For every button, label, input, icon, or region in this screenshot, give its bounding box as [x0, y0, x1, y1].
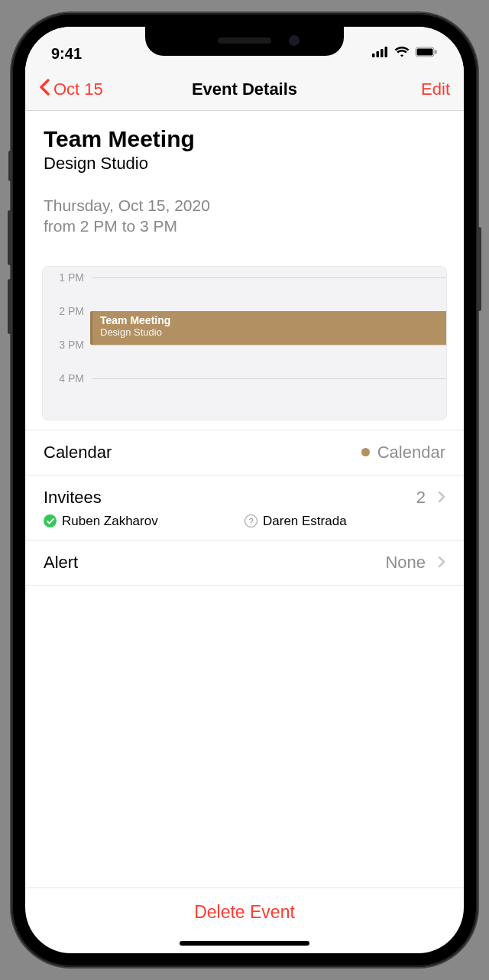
time-label: 2 PM	[43, 305, 92, 317]
nav-bar: Oct 15 Event Details Edit	[25, 68, 464, 111]
timeline-widget[interactable]: 1 PM 2 PM 3 PM 4 PM Team Meeting Design …	[42, 266, 447, 420]
alert-label: Alert	[44, 553, 78, 573]
event-header: Team Meeting Design Studio Thursday, Oct…	[25, 111, 464, 248]
invitees-section: Invitees 2 Ruben Zakharov	[25, 475, 464, 540]
delete-event-button[interactable]: Delete Event	[25, 902, 464, 923]
event-time-line: from 2 PM to 3 PM	[44, 216, 445, 236]
page-title: Event Details	[192, 80, 297, 99]
timeline-event-block[interactable]: Team Meeting Design Studio	[90, 311, 446, 345]
calendar-dot-icon	[361, 448, 370, 456]
svg-rect-0	[372, 54, 375, 57]
svg-rect-5	[417, 49, 433, 56]
invitee-item: ? Daren Estrada	[244, 514, 445, 529]
invitee-item: Ruben Zakharov	[44, 514, 244, 529]
home-indicator[interactable]	[180, 941, 309, 946]
alert-value: None	[385, 553, 426, 573]
chevron-left-icon	[39, 79, 50, 100]
alert-row[interactable]: Alert None	[25, 540, 464, 586]
event-date: Thursday, Oct 15, 2020 from 2 PM to 3 PM	[44, 195, 445, 237]
event-date-line: Thursday, Oct 15, 2020	[44, 195, 445, 216]
time-label: 1 PM	[43, 271, 92, 284]
screen: 9:41 Oct 15 Event Details	[25, 27, 464, 953]
calendar-label: Calendar	[44, 443, 112, 462]
back-button[interactable]: Oct 15	[39, 79, 103, 100]
content-area: Team Meeting Design Studio Thursday, Oct…	[25, 111, 464, 888]
invitees-list: Ruben Zakharov ? Daren Estrada	[25, 514, 464, 529]
back-label: Oct 15	[53, 80, 103, 99]
phone-frame: 9:41 Oct 15 Event Details	[11, 13, 478, 967]
calendar-value: Calendar	[377, 443, 445, 462]
svg-rect-1	[377, 51, 380, 57]
wifi-icon	[394, 47, 410, 60]
svg-rect-2	[381, 49, 384, 57]
svg-rect-6	[436, 50, 437, 54]
notch	[145, 27, 344, 56]
invitees-count: 2	[416, 488, 426, 508]
invitee-name: Daren Estrada	[263, 514, 347, 529]
calendar-row[interactable]: Calendar Calendar	[25, 430, 464, 475]
status-time: 9:41	[51, 45, 82, 63]
chevron-right-icon	[438, 553, 445, 573]
block-location: Design Studio	[100, 326, 439, 338]
chevron-right-icon	[438, 488, 445, 508]
invitee-name: Ruben Zakharov	[62, 514, 158, 529]
check-circle-icon	[44, 514, 57, 527]
edit-button[interactable]: Edit	[421, 80, 450, 99]
status-icons	[372, 47, 438, 60]
invitees-label: Invitees	[44, 488, 102, 508]
svg-rect-3	[385, 47, 388, 57]
cellular-icon	[372, 47, 389, 60]
invitees-row[interactable]: Invitees 2	[25, 475, 464, 514]
event-location: Design Studio	[44, 154, 445, 174]
time-label: 4 PM	[43, 372, 92, 385]
question-circle-icon: ?	[244, 514, 257, 527]
time-label: 3 PM	[43, 339, 92, 351]
event-title: Team Meeting	[44, 126, 445, 152]
battery-icon	[415, 47, 438, 60]
block-title: Team Meeting	[100, 314, 439, 326]
